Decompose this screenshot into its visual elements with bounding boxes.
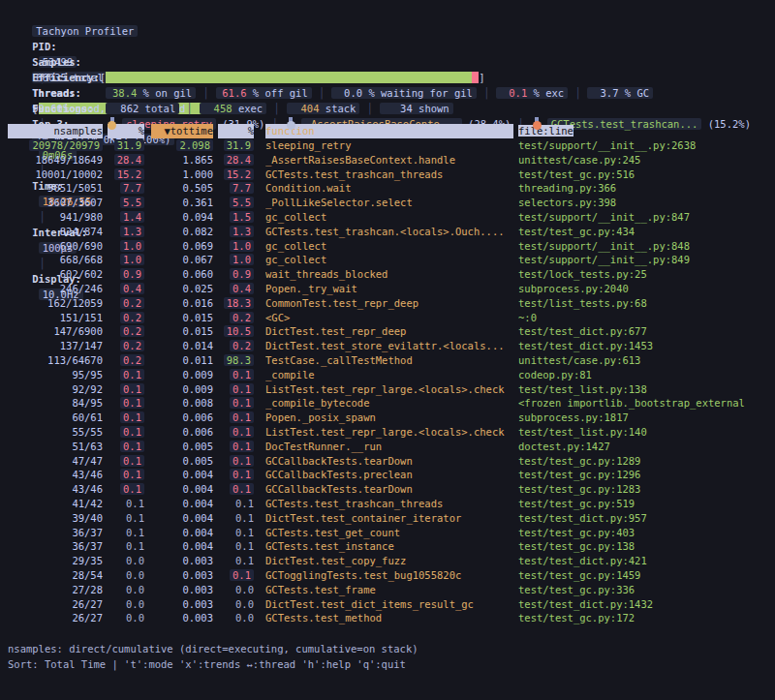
pid-label: PID: <box>32 41 56 52</box>
table-row: 95/950.10.0090.1_compilecodeop.py:81 <box>8 368 775 382</box>
function-stat-value: 404 <box>291 101 320 116</box>
pct-cumulative-cell: 0.2 <box>230 340 254 351</box>
functions-label: Functions: <box>32 101 106 116</box>
pct-cumulative-cell: 1.0 <box>230 254 254 265</box>
column-header-fileline[interactable]: file:line <box>518 124 775 138</box>
nsamples-cell: 41/42 <box>72 498 103 509</box>
table-row: 41/420.10.0040.1GCTests.test_trashcan_th… <box>8 497 775 511</box>
tottime-cell: 0.067 <box>182 254 213 265</box>
file-line-cell: subprocess.py:1817 <box>518 411 775 425</box>
sort-help-line: Sort: Total Time | 't':mode 'x':trends ↔… <box>8 656 775 672</box>
file-line-cell: test/list_tests.py:68 <box>518 296 775 311</box>
function-stat-unit: exec <box>232 103 264 114</box>
pct-direct-cell: 0.0 <box>126 584 144 595</box>
file-line-cell: ~:0 <box>518 311 775 325</box>
efficiency-label: Efficiency: <box>32 72 100 83</box>
table-row: 668/6681.00.0671.0gc_collecttest/support… <box>8 253 775 267</box>
function-stat: 34 shown <box>380 103 453 114</box>
function-name-cell: gc_collect <box>265 210 513 225</box>
nsamples-cell: 137/147 <box>60 340 103 351</box>
table-row: 3607/36075.50.3615.5_PollLikeSelector.se… <box>8 196 775 210</box>
thread-stat-unit: % GC <box>618 87 649 99</box>
tottime-cell: 0.014 <box>182 340 213 351</box>
function-name-cell: GCCallbackTests.tearDown <box>265 482 513 497</box>
table-row: 28/540.00.0030.1GCTogglingTests.test_bug… <box>8 568 775 583</box>
thread-stat-value: 3.7 <box>591 85 618 101</box>
pct-direct-cell: 0.1 <box>120 397 144 409</box>
function-name-cell: _PollLikeSelector.select <box>265 196 513 210</box>
function-name-cell: DocTestRunner.__run <box>265 440 513 454</box>
pct-direct-cell: 1.4 <box>120 211 144 223</box>
nsamples-cell: 246/246 <box>60 283 103 294</box>
nsamples-cell: 36/37 <box>72 540 103 552</box>
thread-stat-unit: % on gil <box>137 87 192 99</box>
function-name-cell: TestCase._callTestMethod <box>265 353 513 368</box>
pct-cumulative-cell: 0.1 <box>230 569 254 581</box>
file-line-cell: test/test_dict.py:677 <box>518 324 775 339</box>
tottime-cell: 0.005 <box>182 441 213 452</box>
thread-stat-value: 61.6 <box>220 85 247 101</box>
pct-cumulative-cell: 10.5 <box>224 325 254 337</box>
table-row: 43/460.10.0040.1GCCallbackTests.preclean… <box>8 468 775 482</box>
file-line-cell: test/test_gc.py:1459 <box>518 568 775 583</box>
file-line-cell: unittest/case.py:613 <box>518 353 775 368</box>
thread-stat: 61.6 % off gil <box>216 87 312 99</box>
thread-stat: 0.1 % exc <box>496 87 568 99</box>
table-header: nsamples % ▼tottime % function file:line <box>8 124 775 138</box>
function-stat-unit: shown <box>413 103 450 114</box>
pct-cumulative-cell: 0.0 <box>235 598 254 610</box>
tottime-cell: 0.004 <box>182 498 213 509</box>
function-name-cell: CommonTest.test_repr_deep <box>265 296 513 311</box>
function-name-cell: GCTests.test_instance <box>265 539 513 554</box>
pct-direct-cell: 0.2 <box>120 340 144 351</box>
tottime-cell: 0.005 <box>182 455 213 467</box>
file-line-cell: test/lock_tests.py:25 <box>518 267 775 282</box>
file-line-cell: test/test_dict.py:421 <box>518 554 775 568</box>
nsamples-cell: 26/27 <box>72 598 103 610</box>
pct-direct-cell: 0.2 <box>120 325 144 337</box>
thread-stat-unit: % exc <box>527 87 564 99</box>
pct-direct-cell: 28.4 <box>114 154 144 166</box>
file-line-cell: test/support/__init__.py:2638 <box>518 138 775 153</box>
function-stat: 458 exec <box>200 103 267 114</box>
table-row: 36/370.10.0040.1GCTests.test_get_countte… <box>8 526 775 540</box>
table-row: 602/6020.90.0600.9wait_threads_blockedte… <box>8 267 775 282</box>
nsamples-cell: 20978/20979 <box>29 139 103 151</box>
table-row: 36/370.10.0040.1GCTests.test_instancetes… <box>8 539 775 554</box>
file-line-cell: test/test_gc.py:403 <box>518 526 775 540</box>
tottime-cell: 0.003 <box>182 598 213 610</box>
file-line-cell: test/test_gc.py:516 <box>518 167 775 182</box>
separator: │ <box>483 87 489 99</box>
efficiency-line: Efficiency:[] 99.60% good, 0.40% failed <box>8 54 775 70</box>
file-line-cell: test/test_gc.py:434 <box>518 225 775 239</box>
table-row: 39/400.10.0040.1DictTest.test_container_… <box>8 511 775 526</box>
function-name-cell: Popen._try_wait <box>265 282 513 296</box>
pct-cumulative-cell: 0.0 <box>235 612 254 624</box>
column-header-nsamples[interactable]: nsamples <box>8 124 103 138</box>
tottime-cell: 0.004 <box>182 540 213 552</box>
pct-cumulative-cell: 0.1 <box>235 512 254 524</box>
file-line-cell: test/test_list.py:140 <box>518 425 775 440</box>
column-header-tottime-sorted[interactable]: ▼tottime <box>151 124 213 138</box>
column-header-pct-cumulative[interactable]: % <box>218 124 254 138</box>
separator: │ <box>273 103 279 114</box>
pct-cumulative-cell: 0.1 <box>230 483 254 495</box>
pct-direct-cell: 0.4 <box>120 283 144 294</box>
nsamples-cell: 47/47 <box>72 455 103 467</box>
silver-medal-icon <box>287 117 295 130</box>
tottime-cell: 0.004 <box>182 527 213 538</box>
table-row: 26/270.00.0030.0GCTests.test_methodtest/… <box>8 611 775 625</box>
pct-cumulative-cell: 31.9 <box>224 139 254 151</box>
nsamples-cell: 29/35 <box>72 555 103 566</box>
pct-cumulative-cell: 0.1 <box>230 383 254 395</box>
function-stat-value: 34 <box>384 101 413 116</box>
pct-cumulative-cell: 1.0 <box>230 240 254 252</box>
column-header-function[interactable]: function <box>265 124 513 138</box>
pct-direct-cell: 0.0 <box>126 612 144 624</box>
pct-cumulative-cell: 0.1 <box>230 426 254 438</box>
tottime-cell: 0.082 <box>182 226 213 237</box>
file-line-cell: test/support/__init__.py:847 <box>518 210 775 225</box>
pct-cumulative-cell: 7.7 <box>230 182 254 194</box>
function-name-cell: GCTests.test_trashcan_threads <box>265 167 513 182</box>
nsamples-cell: 60/61 <box>72 411 103 423</box>
